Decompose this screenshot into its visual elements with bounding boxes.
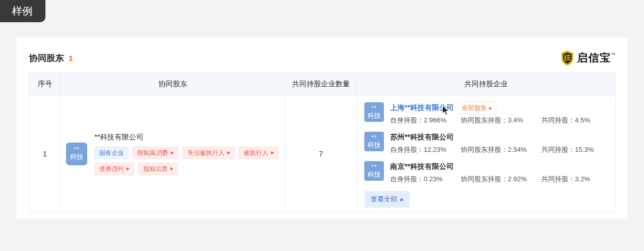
company-stats: 自身持股：2.966% 协同股东持股：3.4% 共同持股：4.5% xyxy=(390,116,590,125)
company-name: 苏州**科技有限公司 xyxy=(390,133,454,142)
company-name: 南京**科技有限公司 xyxy=(390,162,454,171)
panel-header: 协同股东 1 启信宝 ™ xyxy=(29,48,615,68)
company-item: ** 科技 南京**科技有限公司 自身持股：0.23% 协同股东持股：2.92%… xyxy=(364,161,610,184)
table-row: 1 ** 科技 **科技有限公司 国有企业 限制高消费▶ 失信被执行人 xyxy=(29,96,616,212)
header-shareholder: 协同股东 xyxy=(61,73,285,96)
joint-company-count: 7 xyxy=(285,96,357,212)
logo-trademark: ™ xyxy=(611,52,615,57)
arrow-right-icon: ▶ xyxy=(170,167,173,171)
sample-badge: 样例 xyxy=(0,0,45,22)
tag-executee[interactable]: 被执行人▶ xyxy=(239,147,279,159)
company-stats: 自身持股：12.23% 协同股东持股：2.54% 共同持股：15.3% xyxy=(390,145,594,154)
shareholders-table: 序号 协同股东 共同持股企业数量 共同持股企业 1 ** 科技 **科技有限公司 xyxy=(29,73,616,212)
shareholder-tags: 国有企业 限制高消费▶ 失信被执行人▶ 被执行人▶ 债券违约▶ 股权出质▶ xyxy=(94,147,285,175)
company-item: ** 科技 苏州**科技有限公司 自身持股：12.23% 协同股东持股：2.54… xyxy=(364,132,610,154)
shareholder-avatar: ** 科技 xyxy=(66,143,87,165)
company-stats: 自身持股：0.23% 协同股东持股：2.92% 共同持股：3.2% xyxy=(390,175,590,184)
shareholder-name: **科技有限公司 xyxy=(94,133,285,142)
shareholder-cell: ** 科技 **科技有限公司 国有企业 限制高消费▶ 失信被执行人▶ 被执行人▶… xyxy=(61,96,285,212)
panel-title: 协同股东 xyxy=(29,52,64,64)
qixinbao-logo: 启信宝 ™ xyxy=(560,50,615,66)
company-avatar: ** 科技 xyxy=(364,161,384,181)
panel-count-badge: 1 xyxy=(69,54,73,62)
header-index: 序号 xyxy=(29,73,61,96)
arrow-right-icon: ▶ xyxy=(489,106,492,111)
arrow-right-icon: ▶ xyxy=(227,151,230,155)
row-index: 1 xyxy=(29,96,61,212)
view-all-button[interactable]: 查看全部▶ xyxy=(364,191,410,208)
arrow-right-icon: ▶ xyxy=(126,167,130,171)
arrow-right-icon: ▶ xyxy=(400,197,404,202)
header-joint-companies: 共同持股企业 xyxy=(357,73,616,96)
company-avatar: ** 科技 xyxy=(364,132,384,151)
arrow-right-icon: ▶ xyxy=(271,151,274,155)
joint-companies-cell: ** 科技 上海**科技有限公司 全部股东▶ 自身持股：2.966% 协同股东持… xyxy=(357,96,616,212)
tag-dishonest-executee[interactable]: 失信被执行人▶ xyxy=(183,147,235,159)
table-header-row: 序号 协同股东 共同持股企业数量 共同持股企业 xyxy=(29,73,616,96)
header-joint-count: 共同持股企业数量 xyxy=(285,73,357,96)
tag-consumption-restriction[interactable]: 限制高消费▶ xyxy=(133,147,179,159)
arrow-right-icon: ▶ xyxy=(171,151,174,155)
all-shareholders-tag[interactable]: 全部股东▶ xyxy=(458,102,496,115)
qixinbao-shield-icon xyxy=(560,50,574,66)
logo-text: 启信宝 xyxy=(577,51,611,65)
tag-equity-pledge[interactable]: 股权出质▶ xyxy=(138,163,178,175)
company-name-link[interactable]: 上海**科技有限公司 xyxy=(390,103,454,113)
tag-bond-default[interactable]: 债券违约▶ xyxy=(94,163,134,175)
company-item: ** 科技 上海**科技有限公司 全部股东▶ 自身持股：2.966% 协同股东持… xyxy=(364,102,610,125)
collaborative-shareholders-panel: 协同股东 1 启信宝 ™ 序号 协同股东 xyxy=(17,37,627,219)
company-avatar: ** 科技 xyxy=(364,102,384,122)
tag-state-owned: 国有企业 xyxy=(94,147,128,159)
